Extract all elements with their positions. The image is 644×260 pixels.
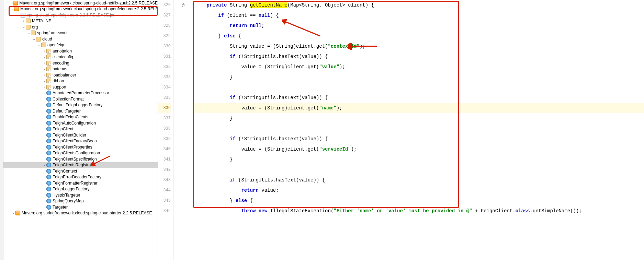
code-line[interactable]: value = (String)client.get("name"); xyxy=(193,103,644,113)
chevron-down-icon[interactable]: ⌄ xyxy=(32,37,36,41)
tree-item-cloud[interactable]: ⌄cloud xyxy=(3,36,158,42)
tree-item-encoding[interactable]: ›encoding xyxy=(3,60,158,66)
code-line[interactable]: } xyxy=(193,113,644,123)
tree-item-maven-org-springframework-cloud-spring-c[interactable]: ›Maven: org.springframework.cloud:spring… xyxy=(3,0,158,6)
annotation-marker xyxy=(174,72,193,82)
line-number: 333 xyxy=(158,72,171,82)
code-line[interactable]: if (!StringUtils.hasText(value)) { xyxy=(193,51,644,62)
tree-label: FeignClientsConfiguration xyxy=(53,151,100,155)
tree-item-springframework[interactable]: ⌄springframework xyxy=(3,30,158,36)
chevron-right-icon[interactable]: › xyxy=(22,19,26,23)
tree-item-annotatedparameterprocessor[interactable]: AnnotatedParameterProcessor xyxy=(3,90,158,96)
code-line[interactable] xyxy=(193,123,644,134)
annotation-marker xyxy=(174,196,193,206)
code-line[interactable]: return null; xyxy=(193,21,644,31)
chevron-down-icon[interactable]: ⌄ xyxy=(22,25,26,29)
code-line[interactable]: String value = (String)client.get("conte… xyxy=(193,41,644,51)
chevron-right-icon[interactable]: › xyxy=(42,49,46,53)
tree-label: encoding xyxy=(53,61,69,66)
tree-item-hateoas[interactable]: ›hateoas xyxy=(3,66,158,72)
code-line[interactable] xyxy=(193,165,644,175)
tree-item-collectionformat[interactable]: CollectionFormat xyxy=(3,96,158,102)
tree-item-spring-cloud-openfeign-core-2-2-5-releas[interactable]: ⌄spring-cloud-openfeign-core-2.2.5.RELEA… xyxy=(3,12,158,18)
tree-item-org[interactable]: ⌄org xyxy=(3,24,158,30)
tree-label: FeignFormatterRegistrar xyxy=(53,181,98,186)
code-line[interactable] xyxy=(193,82,644,93)
folder-icon xyxy=(26,25,31,29)
tree-item-feignautoconfiguration[interactable]: FeignAutoConfiguration xyxy=(3,120,158,126)
code-line[interactable]: } else { xyxy=(193,31,644,41)
token-kw: if xyxy=(218,13,224,18)
chevron-down-icon[interactable]: ⌄ xyxy=(27,31,31,35)
code-line[interactable]: value = (String)client.get("serviceId"); xyxy=(193,144,644,154)
tree-item-feignclientproperties[interactable]: FeignClientProperties xyxy=(3,144,158,150)
tree-item-maven-org-springframework-cloud-spring-c[interactable]: ⌄Maven: org.springframework.cloud:spring… xyxy=(3,6,158,12)
tree-item-hystrixtargeter[interactable]: HystrixTargeter xyxy=(3,192,158,198)
tree-item-clientconfig[interactable]: ›clientconfig xyxy=(3,54,158,60)
code-editor[interactable]: 3263273283293303313323333343353363373383… xyxy=(158,0,644,260)
code-area[interactable]: private String getClientName(Map<String,… xyxy=(193,0,644,260)
tree-item-feignformatterregistrar[interactable]: FeignFormatterRegistrar xyxy=(3,180,158,186)
line-number: 329 xyxy=(158,31,171,41)
tree-item-ribbon[interactable]: ›ribbon xyxy=(3,78,158,84)
tree-item-meta-inf[interactable]: ›META-INF xyxy=(3,18,158,24)
code-line[interactable]: } xyxy=(193,72,644,82)
chevron-right-icon[interactable]: › xyxy=(42,79,46,83)
class-icon xyxy=(46,103,51,107)
token-kw: return null xyxy=(230,23,261,28)
line-number: 346 xyxy=(158,206,171,216)
token-plain: value = (String)client.get( xyxy=(195,64,319,70)
tree-item-feignloggerfactory[interactable]: FeignLoggerFactory xyxy=(3,186,158,192)
tree-item-maven-org-springframework-cloud-spring-c[interactable]: ›Maven: org.springframework.cloud:spring… xyxy=(3,210,158,216)
token-plain xyxy=(195,23,230,28)
code-line[interactable]: if (!StringUtils.hasText(value)) { xyxy=(193,93,644,103)
tree-item-enablefeignclients[interactable]: EnableFeignClients xyxy=(3,114,158,120)
pkg-icon xyxy=(46,61,51,66)
code-line[interactable]: value = (String)client.get("value"); xyxy=(193,62,644,72)
code-line[interactable]: if (StringUtils.hasText(value)) { xyxy=(193,175,644,185)
chevron-right-icon[interactable]: › xyxy=(42,85,46,89)
code-line[interactable]: } xyxy=(193,154,644,165)
tree-item-feignclientbuilder[interactable]: FeignClientBuilder xyxy=(3,132,158,138)
chevron-right-icon[interactable]: › xyxy=(42,55,46,59)
tree-item-feignerrordecoderfactory[interactable]: FeignErrorDecoderFactory xyxy=(3,174,158,180)
line-number: 327 xyxy=(158,10,171,21)
tree-item-feignclientsconfiguration[interactable]: FeignClientsConfiguration xyxy=(3,150,158,156)
code-line[interactable]: return value; xyxy=(193,185,644,196)
chevron-down-icon[interactable]: ⌄ xyxy=(37,43,41,47)
tree-label: clientconfig xyxy=(53,55,73,59)
tree-item-feignclientspecification[interactable]: FeignClientSpecification xyxy=(3,156,158,162)
chevron-down-icon[interactable]: ⌄ xyxy=(16,13,21,17)
annotation-marker xyxy=(174,31,193,41)
tree-item-loadbalancer[interactable]: ›loadbalancer xyxy=(3,72,158,78)
tree-item-feigncontext[interactable]: FeignContext xyxy=(3,168,158,174)
chevron-right-icon[interactable]: › xyxy=(42,61,46,65)
tree-item-annotation[interactable]: ›annotation xyxy=(3,48,158,54)
tree-item-feignclientfactorybean[interactable]: FeignClientFactoryBean xyxy=(3,138,158,144)
code-line[interactable]: private String getClientName(Map<String,… xyxy=(193,0,644,10)
chevron-right-icon[interactable]: › xyxy=(42,163,46,167)
tree-item-openfeign[interactable]: ⌄openfeign xyxy=(3,42,158,48)
tree-item-support[interactable]: ›support xyxy=(3,84,158,90)
tree-item-defaultfeignloggerfactory[interactable]: DefaultFeignLoggerFactory xyxy=(3,102,158,108)
token-kw: null xyxy=(259,13,270,18)
code-line[interactable]: if (!StringUtils.hasText(value)) { xyxy=(193,134,644,144)
tree-item-springquerymap[interactable]: SpringQueryMap xyxy=(3,198,158,204)
token-plain: ); xyxy=(360,44,365,49)
chevron-down-icon[interactable]: ⌄ xyxy=(11,7,14,11)
tree-item-feignclient[interactable]: FeignClient xyxy=(3,126,158,132)
tree-item-feignclientsregistrar[interactable]: ›FeignClientsRegistrar xyxy=(3,162,158,168)
tree-item-defaulttargeter[interactable]: DefaultTargeter xyxy=(3,108,158,114)
chevron-right-icon[interactable]: › xyxy=(11,211,15,215)
project-tree[interactable]: ›Maven: org.springframework.cloud:spring… xyxy=(3,0,158,260)
tree-label: loadbalancer xyxy=(53,73,76,78)
code-line[interactable]: throw new IllegalStateException("Either … xyxy=(193,206,644,216)
line-number: 326 xyxy=(158,0,171,10)
tree-label: SpringQueryMap xyxy=(53,199,84,203)
code-line[interactable]: } else { xyxy=(193,196,644,206)
code-line[interactable]: if (client == null) { xyxy=(193,10,644,21)
chevron-right-icon[interactable]: › xyxy=(42,67,46,71)
token-plain: { xyxy=(247,198,253,203)
tree-item-targeter[interactable]: Targeter xyxy=(3,204,158,210)
chevron-right-icon[interactable]: › xyxy=(42,73,46,77)
